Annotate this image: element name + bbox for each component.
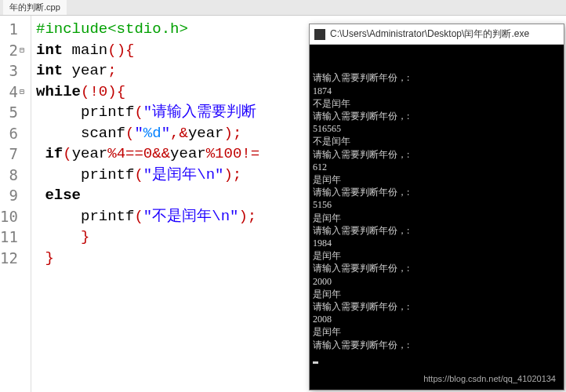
console-line: 是闰年 bbox=[313, 212, 561, 224]
line-number-gutter: 12⊟34⊟56789101112 bbox=[0, 16, 31, 392]
token-pn: ; bbox=[107, 62, 116, 79]
token-pn: ( bbox=[134, 208, 143, 225]
token-kw: int bbox=[36, 42, 63, 59]
token-pn: ( bbox=[134, 103, 143, 121]
token-num: 0 bbox=[143, 145, 152, 162]
token-id: year bbox=[63, 62, 107, 79]
token-pn: (){ bbox=[107, 42, 134, 59]
console-output[interactable]: 请输入需要判断年份，:1874不是闰年请输入需要判断年份，:516565不是闰年… bbox=[310, 45, 564, 390]
file-tab[interactable]: 年的判断.cpp bbox=[3, 0, 67, 15]
gutter-row: 1 bbox=[0, 19, 31, 40]
line-number: 2 bbox=[9, 42, 18, 59]
token-id: scanf bbox=[36, 125, 125, 142]
line-number: 6 bbox=[9, 125, 18, 142]
console-titlebar[interactable]: C:\Users\Administrator\Desktop\闰年的判断.exe bbox=[310, 24, 564, 45]
gutter-row: 12 bbox=[0, 248, 31, 269]
console-line: 不是闰年 bbox=[313, 135, 561, 147]
token-str: " bbox=[134, 125, 143, 142]
token-pn: ( bbox=[63, 145, 71, 162]
console-line: 请输入需要判断年份，: bbox=[313, 148, 561, 161]
token-pn: & bbox=[179, 125, 187, 142]
token-pn: (! bbox=[81, 83, 99, 100]
console-line: 请输入需要判断年份，: bbox=[313, 262, 561, 274]
token-str: " bbox=[161, 125, 170, 142]
console-line: 请输入需要判断年份，: bbox=[313, 339, 561, 351]
console-app-icon bbox=[314, 29, 325, 40]
token-pn: % bbox=[107, 145, 116, 162]
token-pn: && bbox=[152, 145, 170, 162]
console-line: 2000 bbox=[313, 275, 561, 288]
token-fmt: %d bbox=[143, 125, 161, 142]
line-number: 4 bbox=[9, 83, 18, 100]
gutter-row: 8 bbox=[0, 165, 31, 186]
console-line: 是闰年 bbox=[313, 288, 561, 300]
gutter-row: 10 bbox=[0, 206, 31, 227]
token-num: 0 bbox=[99, 83, 107, 100]
console-line: 1984 bbox=[313, 237, 561, 249]
gutter-row: 3 bbox=[0, 60, 31, 82]
token-pn: ); bbox=[223, 125, 241, 142]
line-number: 8 bbox=[9, 166, 18, 183]
console-line: 2008 bbox=[313, 313, 561, 325]
console-line: 1874 bbox=[313, 85, 561, 97]
token-id: printf bbox=[36, 103, 134, 121]
token-str: "是闰年\n" bbox=[143, 166, 224, 183]
token-id: year bbox=[188, 125, 224, 142]
token-id: printf bbox=[36, 208, 134, 225]
gutter-row: 11 bbox=[0, 227, 31, 248]
token-pn: } bbox=[36, 249, 54, 267]
token-pn: ){ bbox=[107, 83, 125, 100]
token-kw: if bbox=[36, 145, 63, 162]
console-line: 请输入需要判断年份，: bbox=[313, 71, 561, 84]
console-line: 5156 bbox=[313, 198, 561, 211]
token-pn: ( bbox=[134, 166, 143, 183]
gutter-row: 7 bbox=[0, 143, 31, 165]
watermark: https://blog.csdn.net/qq_41020134 bbox=[423, 372, 556, 385]
token-pn: ); bbox=[223, 166, 241, 183]
gutter-row: 6 bbox=[0, 123, 31, 144]
console-line: 请输入需要判断年份，: bbox=[313, 110, 561, 122]
console-line: 516565 bbox=[313, 122, 561, 135]
console-line: 是闰年 bbox=[313, 249, 561, 262]
token-kw: int bbox=[36, 62, 63, 79]
gutter-row: 2⊟ bbox=[0, 40, 31, 61]
line-number: 5 bbox=[9, 103, 18, 121]
console-line: 是闰年 bbox=[313, 325, 561, 338]
token-pn: == bbox=[125, 145, 143, 162]
line-number: 10 bbox=[0, 208, 18, 225]
line-number: 11 bbox=[0, 228, 18, 245]
console-line: 请输入需要判断年份，: bbox=[313, 224, 561, 237]
token-pn: ); bbox=[238, 208, 256, 225]
console-title-text: C:\Users\Administrator\Desktop\闰年的判断.exe bbox=[330, 27, 529, 41]
token-pn: ( bbox=[125, 125, 134, 142]
token-pn: , bbox=[170, 125, 179, 142]
console-line: 是闰年 bbox=[313, 173, 561, 186]
console-line: 不是闰年 bbox=[313, 97, 561, 110]
gutter-row: 5 bbox=[0, 102, 31, 123]
token-pn: != bbox=[241, 145, 259, 162]
console-window: C:\Users\Administrator\Desktop\闰年的判断.exe… bbox=[309, 24, 564, 390]
token-id: main bbox=[63, 42, 107, 59]
console-line: 请输入需要判断年份，: bbox=[313, 300, 561, 313]
line-number: 9 bbox=[9, 187, 18, 204]
gutter-row: 4⊟ bbox=[0, 82, 31, 103]
token-kw: while bbox=[36, 83, 81, 100]
token-id: year bbox=[72, 145, 108, 162]
gutter-row: 9 bbox=[0, 185, 31, 206]
editor-tab-bar: 年的判断.cpp bbox=[0, 0, 566, 16]
fold-toggle-icon[interactable]: ⊟ bbox=[20, 45, 27, 55]
line-number: 12 bbox=[0, 249, 18, 267]
line-number: 1 bbox=[9, 20, 18, 38]
token-num: 4 bbox=[117, 145, 125, 162]
console-cursor bbox=[313, 361, 318, 364]
token-str: "不是闰年\n" bbox=[143, 208, 239, 225]
line-number: 3 bbox=[9, 62, 18, 79]
line-number: 7 bbox=[9, 145, 18, 162]
token-kw: else bbox=[36, 187, 81, 204]
fold-toggle-icon[interactable]: ⊟ bbox=[20, 87, 27, 96]
token-pre: #include<stdio.h> bbox=[36, 20, 188, 38]
token-pn: % bbox=[206, 145, 215, 162]
token-num: 100 bbox=[215, 145, 241, 162]
console-line: 612 bbox=[313, 161, 561, 173]
token-pn: } bbox=[36, 228, 89, 245]
